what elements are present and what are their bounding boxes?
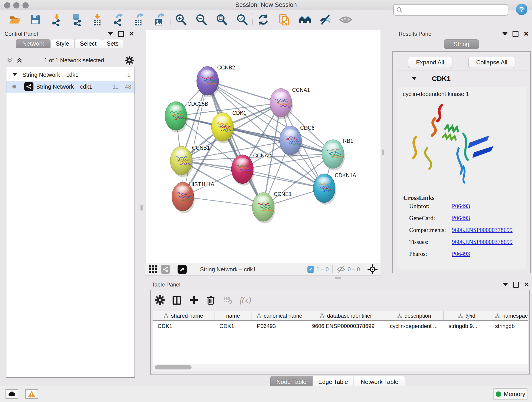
column-header-namespace[interactable]: namespace (490, 311, 528, 320)
results-panel-maximize-icon[interactable] (513, 31, 519, 37)
table-cell[interactable]: cyclin-dependent ... (385, 323, 443, 329)
gene-section-header[interactable]: CDK1 (395, 72, 528, 85)
search-input[interactable] (405, 6, 508, 13)
table-panel-float-icon[interactable] (503, 283, 508, 286)
save-session-button[interactable] (29, 13, 42, 26)
crosslink-row: GeneCard:P06493 (409, 215, 526, 222)
tab-style[interactable]: Style (51, 39, 75, 48)
export-table-button[interactable] (133, 13, 146, 26)
open-session-button[interactable] (8, 13, 22, 26)
cloud-icon (8, 391, 16, 397)
network-edge[interactable] (208, 81, 263, 207)
control-panel-maximize-icon[interactable] (118, 31, 124, 37)
tab-network[interactable]: Network (16, 39, 51, 48)
selected-checkbox[interactable]: ✓ (307, 266, 314, 273)
add-column-icon[interactable] (189, 295, 199, 305)
memory-button[interactable]: Memory (494, 389, 527, 400)
delete-column-icon[interactable] (206, 295, 216, 305)
network-node-CDKN1A[interactable]: CDKN1A (313, 172, 356, 205)
table-cell[interactable]: P06493 (252, 323, 307, 329)
column-header-description[interactable]: description (385, 311, 443, 320)
gear-icon[interactable] (125, 56, 134, 65)
column-header-database-identifier[interactable]: database identifier (307, 311, 385, 320)
import-network-database-button[interactable] (70, 13, 84, 26)
zoom-fit-button[interactable] (215, 13, 228, 26)
tab-select[interactable]: Select (75, 39, 102, 48)
network-type-icon (161, 265, 170, 274)
network-edge[interactable] (242, 169, 324, 188)
scrollbar-thumb[interactable] (155, 365, 191, 370)
control-panel-close-icon[interactable]: ✕ (129, 32, 134, 36)
crosslink-link[interactable]: 9606.ENSP00000378699 (452, 227, 513, 234)
left-splitter-handle[interactable] (140, 205, 143, 211)
table-toolbar: f(x) (151, 290, 529, 310)
tab-sets[interactable]: Sets (102, 39, 123, 48)
table-cell[interactable]: stringdb (490, 323, 528, 329)
export-network-button[interactable] (112, 13, 125, 26)
network-node-CDC6[interactable]: CDC6 (279, 125, 315, 157)
table-cell[interactable]: CDK1 (215, 323, 252, 329)
column-header--id[interactable]: @id (443, 311, 490, 320)
results-panel-float-icon[interactable] (502, 32, 507, 36)
import-network-file-button[interactable] (50, 13, 63, 26)
zoom-out-button[interactable] (195, 13, 208, 26)
warning-status-button[interactable] (25, 389, 38, 399)
import-table-button[interactable] (91, 13, 104, 26)
table-row[interactable]: CDK1CDK1P064939606.ENSP00000378699cyclin… (152, 321, 528, 332)
network-graph[interactable]: CCNB2CCNA1CDC25BCDK1CDC6RB1CCNB1CCNA2CDK… (146, 30, 380, 263)
export-image-button[interactable] (153, 13, 166, 26)
network-collection-row[interactable]: String Network – cdk1 1 (6, 69, 134, 81)
network-canvas[interactable]: CCNB2CCNA1CDC25BCDK1CDC6RB1CCNB1CCNA2CDK… (145, 30, 381, 263)
results-panel-close-icon[interactable]: ✕ (524, 32, 529, 36)
network-node-CCNA1[interactable]: CCNA1 (270, 87, 310, 119)
column-header-name[interactable]: name (215, 311, 252, 320)
string-import-button[interactable] (278, 13, 291, 26)
table-cell[interactable]: CDK1 (152, 323, 215, 329)
table-horizontal-scrollbar[interactable] (152, 364, 528, 370)
collapse-all-icon[interactable] (6, 56, 14, 64)
help-button[interactable]: ? (516, 4, 527, 15)
collection-expand-icon[interactable] (13, 73, 17, 76)
zoom-selected-button[interactable] (235, 13, 249, 26)
network-row-selected[interactable]: String Network – cdk1 11 48 (6, 81, 134, 93)
table-panel-close-icon[interactable]: ✕ (524, 282, 529, 287)
refresh-layout-button[interactable] (257, 13, 270, 26)
collapse-all-button[interactable]: Collapse All (468, 57, 515, 68)
show-columns-icon[interactable] (172, 295, 182, 305)
memory-label: Memory (504, 390, 525, 398)
gene-collapse-icon[interactable] (412, 77, 417, 80)
expand-all-icon[interactable] (16, 56, 23, 64)
horizontal-splitter-handle[interactable] (335, 277, 341, 279)
network-node-CCNB2[interactable]: CCNB2 (196, 65, 235, 97)
crosslink-link[interactable]: P06493 (452, 215, 470, 222)
fit-selected-icon[interactable] (367, 264, 378, 274)
crosslink-link[interactable]: 9606.ENSP00000378699 (452, 239, 513, 245)
zoom-in-button[interactable] (174, 13, 187, 26)
network-node-RB1[interactable]: RB1 (322, 138, 353, 171)
hidden-eye-icon[interactable] (336, 265, 346, 274)
crosslink-link[interactable]: P06493 (452, 203, 470, 210)
zoom-out-icon (195, 13, 208, 26)
expand-all-button[interactable]: Expand All (408, 57, 452, 68)
results-tab-string[interactable]: String (444, 39, 479, 49)
detach-view-icon[interactable] (177, 265, 187, 274)
network-node-CDC25B[interactable]: CDC25B (165, 101, 208, 133)
right-splitter-handle[interactable] (382, 149, 384, 155)
highlight-button[interactable] (339, 13, 352, 26)
crosslink-link[interactable]: P06493 (452, 250, 470, 257)
column-header-canonical-name[interactable]: canonical name (252, 311, 307, 320)
network-node-CCNE1[interactable]: CCNE1 (252, 191, 292, 223)
table-cell[interactable]: 9606.ENSP00000378699 (307, 323, 385, 329)
table-gear-icon[interactable] (155, 295, 165, 305)
network-status-dot (12, 85, 16, 89)
control-panel-float-icon[interactable] (108, 32, 113, 36)
cloud-status-button[interactable] (6, 389, 18, 399)
network-edge[interactable] (183, 197, 263, 207)
network-node-HIST1H1A[interactable]: HIST1H1A (172, 181, 215, 213)
table-panel-maximize-icon[interactable] (513, 282, 519, 288)
string-home-button[interactable] (298, 13, 312, 26)
column-header-shared-name[interactable]: shared name (152, 311, 215, 320)
grid-view-icon[interactable] (148, 264, 158, 274)
table-cell[interactable]: stringdb:9... (443, 323, 490, 329)
hide-unhide-button[interactable] (319, 13, 332, 26)
